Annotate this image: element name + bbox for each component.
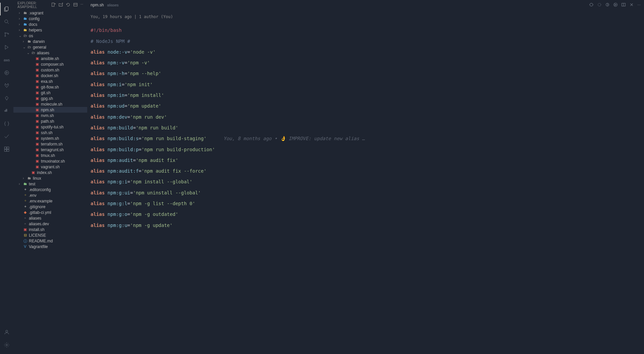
tree-item--vagrant[interactable]: ›🖿.vagrant [13, 10, 87, 16]
tree-item-os[interactable]: ⌄🗁os [13, 33, 87, 39]
action-next[interactable] [605, 2, 610, 8]
tree-item-readme-md[interactable]: ⓘREADME.md [13, 238, 87, 244]
svg-point-5 [8, 33, 9, 34]
files-icon [4, 6, 10, 12]
more-button[interactable]: ··· [80, 2, 83, 8]
tree-label: gpg.sh [41, 96, 53, 101]
code-editor[interactable]: You, 19 hours ago | 1 author (You) #!/bi… [87, 10, 644, 354]
new-file-button[interactable] [51, 2, 56, 8]
tree-item-license[interactable]: ⊟LICENSE [13, 232, 87, 238]
tree-item-general[interactable]: ⌄🗁general [13, 44, 87, 50]
tree-label: tmuxinator.sh [41, 159, 65, 164]
tree-item-exa-sh[interactable]: ▣exa.sh [13, 78, 87, 84]
tree-item-aliases[interactable]: ▫aliases [13, 215, 87, 221]
tree-item-gpg-sh[interactable]: ▣gpg.sh [13, 96, 87, 101]
tree-item-docker-sh[interactable]: ▣docker.sh [13, 73, 87, 78]
tree-item-aliases[interactable]: ⌄🗁aliases [13, 50, 87, 56]
action-run[interactable] [613, 2, 618, 8]
braces-icon [4, 121, 10, 127]
activity-search[interactable] [0, 15, 13, 28]
tree-item-helpers[interactable]: ›🖿helpers [13, 27, 87, 33]
docker-icon [4, 108, 10, 114]
beaker-icon [4, 70, 10, 76]
tree-item--gitlab-ci-yml[interactable]: ◆.gitlab-ci.yml [13, 210, 87, 215]
activity-extensions[interactable] [0, 143, 13, 156]
refresh-button[interactable] [66, 2, 70, 8]
tree-item-git-sh[interactable]: ▣git.sh [13, 90, 87, 96]
svg-marker-29 [615, 4, 616, 5]
action-gitlens[interactable] [589, 2, 594, 8]
activity-extension-1[interactable] [0, 92, 13, 105]
activity-aws[interactable]: aws [0, 54, 13, 66]
action-close[interactable] [629, 2, 634, 8]
tree-item-molecule-sh[interactable]: ▣molecule.sh [13, 101, 87, 107]
tree-item-system-sh[interactable]: ▣system.sh [13, 135, 87, 141]
svg-rect-12 [4, 147, 6, 149]
new-folder-button[interactable] [58, 2, 63, 8]
tree-item-path-sh[interactable]: ▣path.sh [13, 118, 87, 124]
svg-rect-18 [52, 3, 54, 7]
tree-item-ssh-sh[interactable]: ▣ssh.sh [13, 130, 87, 135]
tree-item-index-sh[interactable]: ▣index.sh [13, 170, 87, 175]
tree-item--env[interactable]: ⟐.env [13, 192, 87, 198]
tree-item-test[interactable]: ›🖿test [13, 181, 87, 187]
tree-label: Vagrantfile [29, 244, 48, 249]
action-split[interactable] [621, 2, 626, 8]
activity-testing[interactable] [0, 66, 13, 79]
tree-item-darwin[interactable]: ›🖿darwin [13, 39, 87, 44]
tree-item-spotify-tui-sh[interactable]: ▣spotify-tui.sh [13, 124, 87, 130]
activity-docker[interactable] [0, 105, 13, 117]
tree-item-config[interactable]: ›🖿config [13, 16, 87, 21]
svg-point-16 [6, 330, 8, 332]
tree-item-git-flow-sh[interactable]: ▣git-flow.sh [13, 84, 87, 90]
svg-line-2 [7, 22, 9, 24]
tree-item-terraform-sh[interactable]: ▣terraform.sh [13, 141, 87, 147]
tree-item--editorconfig[interactable]: ✦.editorconfig [13, 187, 87, 192]
tree-item-ansible-sh[interactable]: ▣ansible.sh [13, 56, 87, 61]
svg-point-3 [5, 33, 6, 34]
tab-npm-sh[interactable]: npm.sh aliases [87, 0, 122, 10]
svg-point-17 [6, 344, 8, 346]
activity-check[interactable] [0, 130, 13, 143]
tree-label: darwin [33, 39, 45, 44]
activity-settings[interactable] [0, 339, 13, 351]
tree-item-npm-sh[interactable]: ▣npm.sh [13, 107, 87, 113]
collapse-button[interactable] [73, 2, 78, 8]
tree-item-nvm-sh[interactable]: ▣nvm.sh [13, 113, 87, 118]
activity-account[interactable] [0, 326, 13, 339]
tree-label: .vagrant [29, 11, 43, 15]
tree-item-aliases-dev[interactable]: ▫aliases.dev [13, 221, 87, 227]
tree-item-terragrunt-sh[interactable]: ▣terragrunt.sh [13, 147, 87, 153]
tree-item-vagrantfile[interactable]: VVagrantfile [13, 244, 87, 249]
tree-item-tmux-sh[interactable]: ▣tmux.sh [13, 153, 87, 158]
tree-label: docker.sh [41, 73, 58, 78]
tree-label: path.sh [41, 119, 54, 124]
tree-item-vagrant-sh[interactable]: ▣vagrant.sh [13, 164, 87, 170]
activity-gitlab[interactable] [0, 79, 13, 92]
action-prev[interactable] [597, 2, 602, 8]
tab-path: aliases [107, 3, 118, 7]
svg-rect-0 [5, 7, 8, 10]
new-folder-icon [58, 2, 63, 7]
tree-item-custom-sh[interactable]: ▣custom.sh [13, 67, 87, 73]
tree-item--env-example[interactable]: ⟐.env.example [13, 198, 87, 204]
tree-item-composer-sh[interactable]: ▣composer.sh [13, 61, 87, 67]
tree-item--gitignore[interactable]: ✦.gitignore [13, 204, 87, 210]
codelens[interactable]: You, 19 hours ago | 1 author (You) [91, 10, 644, 25]
tree-label: molecule.sh [41, 102, 62, 107]
activity-debug[interactable] [0, 41, 13, 54]
activity-json[interactable] [0, 117, 13, 130]
tree-label: test [29, 182, 35, 186]
code-line: alias npm:build:s='npm run build-staging… [91, 133, 644, 144]
code-line: # NodeJs NPM # [91, 36, 644, 47]
tree-item-install-sh[interactable]: ▣install.sh [13, 227, 87, 232]
svg-point-1 [5, 20, 8, 23]
action-more[interactable]: ··· [637, 2, 641, 8]
activity-explorer[interactable] [0, 3, 13, 15]
code-line: alias npm:build:p='npm run build-product… [91, 144, 644, 155]
activity-scm[interactable] [0, 28, 13, 41]
code-line: alias npm:g:ui='npm uninstall --global' [91, 187, 644, 198]
tree-item-docs[interactable]: ›🖿docs [13, 21, 87, 27]
tree-item-linux[interactable]: ›🖿linux [13, 175, 87, 181]
tree-item-tmuxinator-sh[interactable]: ▣tmuxinator.sh [13, 158, 87, 164]
